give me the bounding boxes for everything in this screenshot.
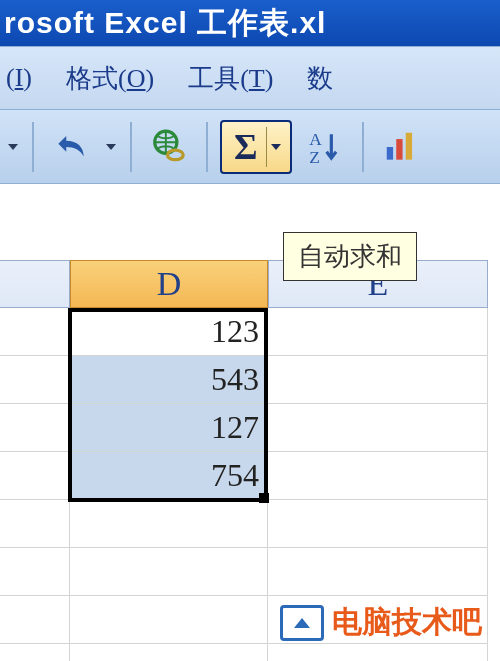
table-row [0,548,488,596]
svg-rect-6 [405,132,411,159]
autosum-button-group: Σ [220,120,292,174]
svg-text:Z: Z [309,146,320,165]
cell-d4[interactable]: 754 [70,452,268,500]
cell[interactable] [0,500,70,548]
cell[interactable] [268,548,488,596]
watermark: 电脑技术吧 [280,602,482,643]
cell[interactable] [0,404,70,452]
table-row: 127 [0,404,488,452]
svg-rect-4 [386,147,392,160]
autosum-button[interactable]: Σ [226,126,266,168]
sort-asc-icon: A Z [306,128,344,166]
cell[interactable] [0,308,70,356]
cell-d1[interactable]: 123 [70,308,268,356]
svg-rect-5 [396,139,402,160]
table-row: 754 [0,452,488,500]
cell[interactable] [268,500,488,548]
cell[interactable] [0,548,70,596]
undo-dropdown[interactable] [104,144,118,150]
toolbar: Σ A Z [0,110,500,184]
cell[interactable] [268,308,488,356]
window-title: rosoft Excel 工作表.xl [0,0,500,46]
autosum-dropdown[interactable] [266,127,286,167]
chart-icon [382,128,420,166]
toolbar-separator [206,122,208,172]
toolbar-dropdown[interactable] [6,144,20,150]
menu-format[interactable]: 格式(O) [66,61,154,96]
cell[interactable] [0,452,70,500]
table-row [0,644,488,661]
svg-point-1 [167,150,183,160]
cell[interactable] [0,644,70,661]
column-header-c[interactable] [0,260,70,308]
cell[interactable] [0,356,70,404]
toolbar-separator [130,122,132,172]
cell[interactable] [0,596,70,644]
menu-bar: (I) 格式(O) 工具(T) 数 [0,46,500,110]
cell[interactable] [268,644,488,661]
cell[interactable] [268,356,488,404]
watermark-text: 电脑技术吧 [332,602,482,643]
hyperlink-button[interactable] [144,120,194,174]
menu-insert[interactable]: (I) [6,63,32,93]
menu-data[interactable]: 数 [307,61,333,96]
cell[interactable] [268,452,488,500]
chart-button[interactable] [376,120,426,174]
menu-tools[interactable]: 工具(T) [188,61,273,96]
undo-icon [52,128,90,166]
autosum-tooltip: 自动求和 [283,232,417,281]
cell[interactable] [268,404,488,452]
cell-d3[interactable]: 127 [70,404,268,452]
sort-asc-button[interactable]: A Z [300,120,350,174]
cell[interactable] [70,548,268,596]
undo-button[interactable] [46,120,96,174]
cell[interactable] [70,596,268,644]
table-row [0,500,488,548]
globe-link-icon [150,128,188,166]
table-row: 123 [0,308,488,356]
watermark-icon [280,605,324,641]
cell[interactable] [70,644,268,661]
table-row: 543 [0,356,488,404]
column-header-d[interactable]: D [70,260,268,308]
toolbar-separator [32,122,34,172]
cell-d2[interactable]: 543 [70,356,268,404]
toolbar-separator [362,122,364,172]
cell[interactable] [70,500,268,548]
